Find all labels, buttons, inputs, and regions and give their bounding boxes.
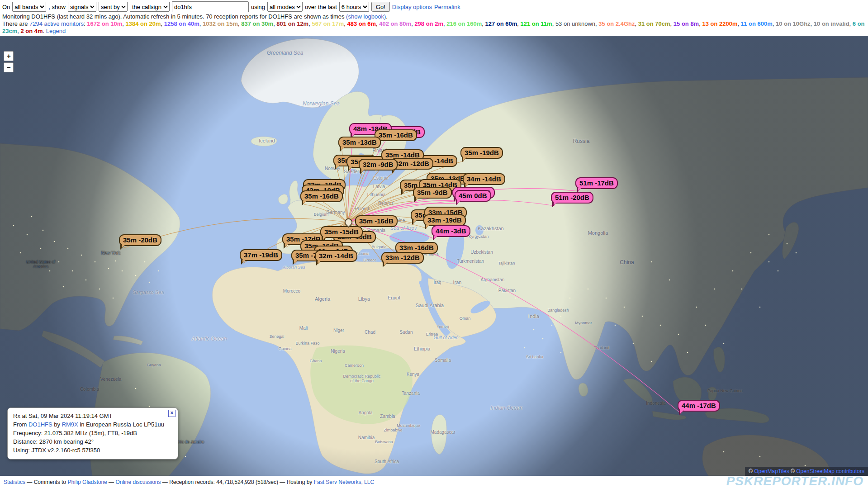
popup-from-label: From <box>13 421 28 428</box>
map-label: Kyrgyzstan <box>469 234 489 239</box>
mode-select[interactable]: all modes <box>267 2 303 12</box>
reception-balloon[interactable]: 33m -19dB <box>423 214 466 226</box>
query-toolbar: On all bands , show signals sent by the … <box>0 0 868 13</box>
footer-link[interactable]: Online discussions <box>115 479 161 485</box>
callsign-mode-select[interactable]: the callsign <box>130 2 170 12</box>
zoom-out-button[interactable]: − <box>4 62 14 72</box>
display-options-link[interactable]: Display options <box>392 4 432 10</box>
rx-callsign-link[interactable]: RM9X <box>62 421 78 428</box>
map-label: Norwegian Sea <box>303 100 340 107</box>
using-label: using <box>251 4 265 10</box>
reception-balloon[interactable]: 51m -17dB <box>575 177 618 189</box>
map-label: Colombia <box>80 387 99 392</box>
reception-balloon[interactable]: 32m -9dB <box>359 159 398 171</box>
reception-balloon[interactable]: 35m -16dB <box>355 215 398 227</box>
reception-balloon[interactable]: 45m 0dB <box>455 190 491 202</box>
map-label: Indian Ocean <box>490 405 522 411</box>
map-label: Kazakhstan <box>478 226 503 231</box>
reception-balloon[interactable]: 51m -20dB <box>551 192 593 204</box>
map-label: Yemen <box>436 324 449 329</box>
map-label: Belgium <box>314 212 329 217</box>
map-label: Papua New Guinea <box>707 389 743 393</box>
map-label: Botswana <box>375 440 393 444</box>
permalink-link[interactable]: Permalink <box>434 4 460 10</box>
band-count: 35 on 2.4Ghz <box>598 20 635 27</box>
monitor-stats-line: There are 7294 active monitors: 1672 on … <box>0 20 868 35</box>
popup-from-line: From DO1HFS by RM9X in European Russia L… <box>13 420 172 429</box>
go-button[interactable]: Go! <box>371 2 390 12</box>
reception-info-popup: × Rx at Sat, 09 Mar 2024 11:19:14 GMT Fr… <box>7 407 178 460</box>
band-count: 1032 on 15m <box>203 20 238 27</box>
footer-link[interactable]: Fast Serv Networks, LLC <box>314 479 374 485</box>
band-count: 1258 on 40m <box>164 20 199 27</box>
band-count: 10 on 10Ghz <box>776 20 811 27</box>
map-label: Mali <box>299 326 308 331</box>
map-label: Kenya <box>407 372 419 377</box>
map-label: Uzbekistan <box>470 250 493 255</box>
map-label: Indonesia <box>646 401 665 406</box>
reception-balloon[interactable]: 44m -17dB <box>678 400 720 412</box>
map-label: New York <box>101 251 120 256</box>
reception-balloon[interactable]: 34m -14dB <box>463 173 505 185</box>
zoom-in-button[interactable]: + <box>4 51 14 61</box>
map-label: Cameroon <box>345 363 364 368</box>
map-label: Mongolia <box>588 230 608 236</box>
band-count: 1672 on 10m <box>87 20 122 27</box>
footer-link[interactable]: Philip Gladstone <box>67 479 107 485</box>
reception-balloon[interactable]: 35m -15dB <box>320 226 363 238</box>
openstreetmap-link[interactable]: OpenStreetMap contributors <box>796 468 864 474</box>
map-label: Belarus <box>378 201 394 206</box>
band-count: 11 on 600m <box>741 20 773 27</box>
callsign-input[interactable] <box>172 1 249 12</box>
map-label: Nigeria <box>331 349 345 354</box>
map-label: Ethiopia <box>414 346 430 351</box>
world-map[interactable]: Greenland SeaNorwegian SeaIcelandNorwayS… <box>0 36 868 476</box>
footer-link[interactable]: Statistics <box>4 479 25 485</box>
band-count: 15 on 8m <box>674 20 699 27</box>
direction-select[interactable]: sent by <box>99 2 128 12</box>
active-monitors-link[interactable]: 7294 active monitors <box>29 20 84 27</box>
band-count: 31 on 70cm <box>638 20 670 27</box>
map-label: Mozambique <box>397 423 420 428</box>
map-label: Albania <box>356 251 370 256</box>
tx-callsign-link[interactable]: DO1HFS <box>28 421 52 428</box>
band-count: 483 on 6m <box>347 20 376 27</box>
popup-rx-time: Rx at Sat, 09 Mar 2024 11:19:14 GMT <box>13 412 172 420</box>
monitoring-period: . <box>386 13 388 20</box>
reception-balloon[interactable]: 33m -12dB <box>381 252 424 264</box>
overlast-label: over the last <box>305 4 337 10</box>
reception-balloon[interactable]: 35m -9dB <box>413 187 452 199</box>
map-label: Alboran Sea <box>283 265 305 270</box>
band-count: 13 on 2200m <box>702 20 737 27</box>
band-count: 53 on unknown <box>555 20 595 27</box>
popup-frequency: Frequency: 21.075.382 MHz (15m), FT8, -1… <box>13 429 172 437</box>
map-label: Chad <box>365 330 375 335</box>
reception-balloon[interactable]: 35m -16dB <box>300 190 343 202</box>
reception-balloon[interactable]: 44m -3dB <box>432 225 470 237</box>
map-label: Venezuela <box>100 377 122 382</box>
show-logbook-link[interactable]: (show logbook) <box>346 13 386 20</box>
map-label: Germany <box>326 210 345 215</box>
map-label: Burkina Faso <box>295 341 319 346</box>
map-label: Saudi Arabia <box>416 303 444 308</box>
map-label: Sudan <box>400 330 413 335</box>
band-select[interactable]: all bands <box>12 2 46 12</box>
reception-balloon[interactable]: 35m -16dB <box>375 129 417 141</box>
band-count: 127 on 60m <box>485 20 517 27</box>
legend-link[interactable]: Legend <box>46 28 66 34</box>
map-label: Eritrea <box>426 332 438 336</box>
reception-balloon[interactable]: 35m -13dB <box>338 137 381 148</box>
reception-balloon[interactable]: 35m -19dB <box>460 147 503 159</box>
close-icon[interactable]: × <box>168 410 175 417</box>
copyright-symbol: © <box>749 468 753 474</box>
show-select[interactable]: signals <box>68 2 96 12</box>
reception-balloon[interactable]: 35m -20dB <box>119 234 161 246</box>
map-label: Morocco <box>283 289 300 294</box>
openmaptiles-link[interactable]: OpenMapTiles <box>754 468 789 474</box>
monitoring-text: Monitoring DO1HFS (last heard 32 mins ag… <box>2 13 346 20</box>
reception-balloon[interactable]: 37m -19dB <box>240 249 282 261</box>
reception-balloon[interactable]: 32m -14dB <box>315 250 357 262</box>
timespan-select[interactable]: 6 hours <box>339 2 369 12</box>
map-label: Poland <box>355 206 369 211</box>
band-count: 216 on 160m <box>446 20 482 27</box>
